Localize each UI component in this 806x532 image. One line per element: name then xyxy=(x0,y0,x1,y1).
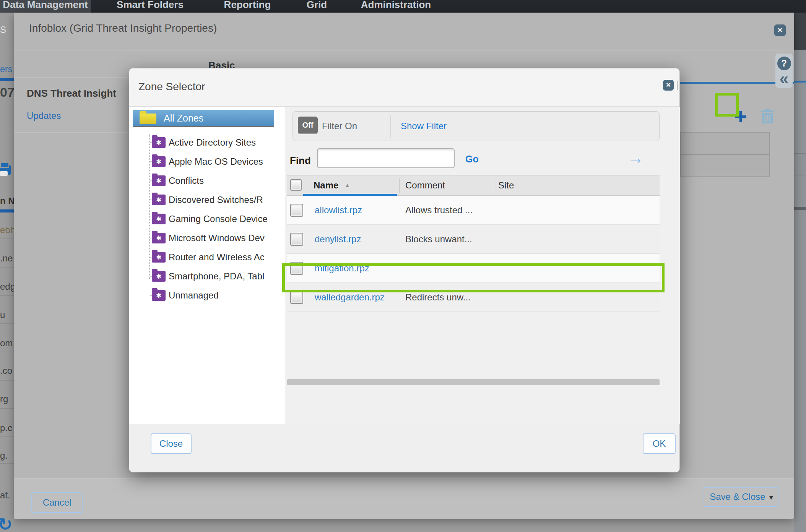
filter-bar: Off Filter On Show Filter xyxy=(292,111,660,141)
sort-underline xyxy=(0,209,14,212)
refresh-icon[interactable]: ↻ xyxy=(0,514,13,532)
table-row: g. xyxy=(0,450,14,461)
background-page-left: S ers 07 n N ebh .ne edg u om .co rg p.c… xyxy=(0,13,14,532)
save-close-button[interactable]: Save & Close▾ xyxy=(704,487,779,507)
zone-folder-icon: ✱ xyxy=(152,156,166,167)
tree-item[interactable]: ✱Smartphone, PDA, Tabl xyxy=(129,267,285,286)
row-checkbox[interactable] xyxy=(290,204,303,217)
column-header-site[interactable]: Site xyxy=(498,180,514,191)
zone-link[interactable]: walledgarden.rpz xyxy=(315,292,385,303)
zone-folder-icon: ✱ xyxy=(152,290,166,301)
nav-tab-smart-folders[interactable]: Smart Folders xyxy=(113,0,187,13)
dialog-title: Zone Selector xyxy=(138,81,205,93)
zone-tree-panel: All Zones ✱Active Directory Sites ✱Apple… xyxy=(129,107,285,424)
dialog-title: Infoblox (Grid Threat Insight Properties… xyxy=(29,22,217,34)
close-icon[interactable]: ✕ xyxy=(774,24,786,36)
table-row: rg xyxy=(0,394,14,404)
horizontal-scrollbar[interactable] xyxy=(287,379,660,385)
show-filter-link[interactable]: Show Filter xyxy=(401,121,447,131)
tree-item[interactable]: ✱Microsoft Windows Dev xyxy=(129,229,285,248)
table-row: .co xyxy=(0,365,14,376)
table-row: ebh xyxy=(0,225,14,235)
nav-tab-grid[interactable]: Grid xyxy=(306,0,328,13)
tree-item[interactable]: ✱Unmanaged xyxy=(129,286,285,305)
column-header-comment[interactable]: Comment xyxy=(405,180,445,191)
background-number: 07 xyxy=(0,85,14,100)
sidebar-heading: DNS Threat Insight xyxy=(27,88,116,99)
table-row: .ne xyxy=(0,253,14,264)
ok-button[interactable]: OK xyxy=(643,433,676,454)
zone-link[interactable]: allowlist.rpz xyxy=(315,205,362,216)
tree-item[interactable]: ✱Active Directory Sites xyxy=(129,133,285,152)
delete-icon[interactable] xyxy=(760,109,775,124)
zone-folder-icon: ✱ xyxy=(152,137,166,148)
nav-tab-data-management[interactable]: Data Management xyxy=(0,0,91,13)
nav-tab-administration[interactable]: Administration xyxy=(356,0,436,13)
table-row: edg xyxy=(0,281,14,292)
find-input[interactable] xyxy=(317,148,455,168)
table-row: at. xyxy=(0,490,14,501)
screen: Data Management Smart Folders Reporting … xyxy=(0,0,806,532)
sort-asc-icon: ▲ xyxy=(344,182,350,188)
zone-comment: Redirects unw... xyxy=(405,292,471,303)
row-checkbox[interactable] xyxy=(290,291,303,304)
zone-folder-icon: ✱ xyxy=(152,233,166,243)
table-row: u xyxy=(0,310,14,320)
table-row: om xyxy=(0,338,14,349)
zone-folder-icon: ✱ xyxy=(152,214,166,224)
dialog-footer: Cancel Save & Close▾ xyxy=(14,478,794,519)
arrow-right-icon[interactable]: → xyxy=(627,148,644,167)
highlight-box-mitigation-row xyxy=(282,263,665,292)
zone-folder-icon: ✱ xyxy=(152,195,166,205)
close-icon[interactable]: ✕ xyxy=(663,80,674,91)
filter-on-label: Filter On xyxy=(322,121,357,131)
table-row: p.c xyxy=(0,423,14,433)
tree-item[interactable]: ✱Apple Mac OS Devices xyxy=(129,152,285,171)
background-text: S xyxy=(0,24,14,35)
table-row: denylist.rpz Blocks unwant... xyxy=(287,225,660,254)
go-button[interactable]: Go xyxy=(465,154,479,165)
zone-folder-icon: ✱ xyxy=(152,252,166,263)
filter-toggle[interactable]: Off xyxy=(298,117,318,133)
zone-comment: Allows trusted ... xyxy=(405,205,473,216)
tree-item[interactable]: ✱Gaming Console Device xyxy=(129,209,285,229)
zone-folder-icon: ✱ xyxy=(152,271,166,282)
top-nav: Data Management Smart Folders Reporting … xyxy=(0,0,806,13)
column-header-name[interactable]: Name xyxy=(314,180,338,191)
background-page-right xyxy=(794,13,806,532)
select-all-checkbox[interactable] xyxy=(290,179,302,191)
zone-link[interactable]: denylist.rpz xyxy=(315,234,361,245)
collapse-icon[interactable]: « xyxy=(780,69,788,89)
tree-item[interactable]: ✱Router and Wireless Ac xyxy=(129,248,285,267)
sidebar-item-updates[interactable]: Updates xyxy=(27,110,61,121)
background-link-fragment: ers xyxy=(0,64,14,75)
row-checkbox[interactable] xyxy=(290,233,303,246)
caret-down-icon: ▾ xyxy=(769,493,773,501)
table-row: allowlist.rpz Allows trusted ... xyxy=(287,196,660,225)
help-icon[interactable]: ? xyxy=(777,57,791,70)
folder-icon xyxy=(140,114,156,124)
zone-folder-icon: ✱ xyxy=(152,175,166,186)
help-panel-tab: ? « xyxy=(775,54,793,88)
tab-underline xyxy=(794,81,806,83)
print-icon xyxy=(0,165,11,175)
table-header: Name ▲ Comment Site xyxy=(287,175,660,196)
zone-selector-dialog: Zone Selector ✕ All Zones ✱Active Direct… xyxy=(129,68,680,472)
column-header-fragment: n N xyxy=(0,196,14,206)
nav-tab-reporting[interactable]: Reporting xyxy=(222,0,273,13)
highlight-box-add-button xyxy=(715,93,739,117)
find-label: Find xyxy=(290,155,311,167)
cancel-button[interactable]: Cancel xyxy=(31,492,83,513)
background-table xyxy=(680,132,770,177)
close-button[interactable]: Close xyxy=(151,433,192,454)
tree-item[interactable]: ✱Conflicts xyxy=(129,171,285,190)
tree-item-all-zones[interactable]: All Zones xyxy=(133,110,274,127)
zone-selector-footer: Close OK xyxy=(129,424,679,472)
tree-item[interactable]: ✱Discovered Switches/R xyxy=(129,190,285,209)
zone-selector-header: Zone Selector ✕ xyxy=(129,68,679,107)
tab-underline xyxy=(0,78,14,81)
zone-comment: Blocks unwant... xyxy=(405,234,472,245)
